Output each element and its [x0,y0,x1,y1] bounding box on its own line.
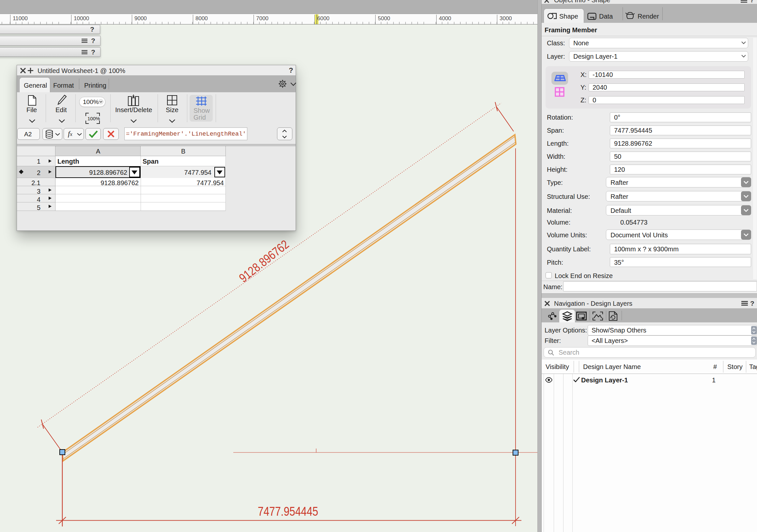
svg-text:100%: 100% [87,116,100,121]
svg-text:7477.954445: 7477.954445 [258,504,318,518]
svg-text:9128.896762: 9128.896762 [237,237,291,285]
